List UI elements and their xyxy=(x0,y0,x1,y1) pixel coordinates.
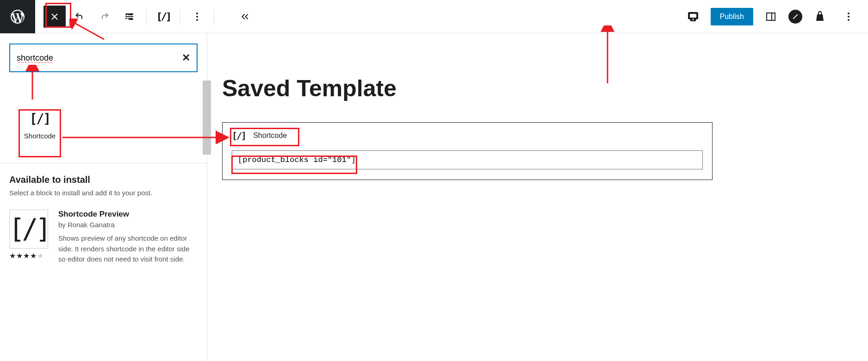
shortcode-icon: [/] xyxy=(232,130,246,141)
toolbar-divider xyxy=(180,9,180,24)
install-item-desc: Shows preview of any shortcode on editor… xyxy=(58,233,198,265)
options-button[interactable] xyxy=(186,6,208,28)
wordpress-icon xyxy=(9,8,26,25)
shortcode-input[interactable] xyxy=(232,150,703,169)
block-result-label: Shortcode xyxy=(17,132,63,140)
shortcode-icon: [/] xyxy=(156,11,171,22)
install-item[interactable]: [/] ★★★★★ Shortcode Preview by Ronak Gan… xyxy=(9,210,198,265)
shortcode-block-header: [/] Shortcode xyxy=(232,130,703,141)
document-overview-button[interactable] xyxy=(118,6,141,28)
svg-point-7 xyxy=(848,19,849,21)
available-to-install-section: Available to install Select a block to i… xyxy=(0,163,207,276)
editor-canvas: Saved Template [/] Shortcode xyxy=(213,33,868,361)
install-item-author: by Ronak Ganatra xyxy=(58,221,198,229)
shopping-bag-icon xyxy=(814,11,825,22)
view-button[interactable] xyxy=(682,6,704,28)
close-inserter-button[interactable] xyxy=(43,6,66,28)
astra-button[interactable] xyxy=(788,10,802,24)
redo-button[interactable] xyxy=(93,6,116,28)
shortcode-icon: [/] xyxy=(17,111,63,126)
sidebar-scrollbar[interactable] xyxy=(203,81,211,155)
svg-rect-4 xyxy=(772,13,775,20)
close-icon xyxy=(49,11,60,22)
shortcode-block[interactable]: [/] Shortcode xyxy=(222,122,713,180)
svg-rect-3 xyxy=(767,13,775,20)
more-vertical-icon xyxy=(192,11,203,22)
chevron-double-left-icon xyxy=(239,11,250,22)
more-options-button[interactable] xyxy=(837,6,860,28)
collapse-button[interactable] xyxy=(234,6,256,28)
desktop-icon xyxy=(688,11,699,22)
editor-topbar: [/] Publish xyxy=(0,0,868,33)
block-result-shortcode[interactable]: [/] Shortcode xyxy=(17,111,63,140)
toolbar-divider xyxy=(146,9,147,24)
page-title[interactable]: Saved Template xyxy=(222,75,397,101)
wp-logo[interactable] xyxy=(0,0,35,33)
more-vertical-icon xyxy=(843,11,854,22)
toolbar-right-group: Publish xyxy=(682,6,868,28)
undo-button[interactable] xyxy=(68,6,91,28)
svg-point-0 xyxy=(196,12,198,14)
install-item-meta: Shortcode Preview by Ronak Ganatra Shows… xyxy=(58,210,198,265)
svg-point-1 xyxy=(196,16,198,18)
toolbar-left-group: [/] xyxy=(43,6,256,28)
shortcode-block-label: Shortcode xyxy=(253,131,287,140)
shortcode-toolbar-button[interactable]: [/] xyxy=(152,6,174,28)
woo-button[interactable] xyxy=(809,6,831,28)
svg-point-5 xyxy=(848,12,849,14)
settings-sidebar-button[interactable] xyxy=(760,6,782,28)
list-view-icon xyxy=(124,11,135,22)
toolbar-divider xyxy=(214,9,214,24)
block-search-input[interactable] xyxy=(17,53,182,63)
install-item-rating: ★★★★★ xyxy=(9,251,48,260)
sidebar-icon xyxy=(765,11,776,22)
publish-button[interactable]: Publish xyxy=(711,8,753,25)
page-title: Saved Template xyxy=(222,75,849,102)
slash-circle-icon xyxy=(792,13,799,20)
install-item-title: Shortcode Preview xyxy=(58,210,198,219)
install-item-icon: [/] xyxy=(9,210,48,249)
redo-icon xyxy=(99,11,110,22)
svg-point-2 xyxy=(196,19,198,21)
svg-point-6 xyxy=(848,16,849,18)
block-inserter-sidebar: ✕ [/] Shortcode Available to install Sel… xyxy=(0,33,207,361)
clear-search-button[interactable]: ✕ xyxy=(182,52,190,64)
search-wrap: ✕ xyxy=(0,33,207,77)
block-search-box: ✕ xyxy=(9,44,198,72)
undo-icon xyxy=(74,11,85,22)
install-subheading: Select a block to install and add it to … xyxy=(9,189,198,197)
install-heading: Available to install xyxy=(9,174,198,185)
